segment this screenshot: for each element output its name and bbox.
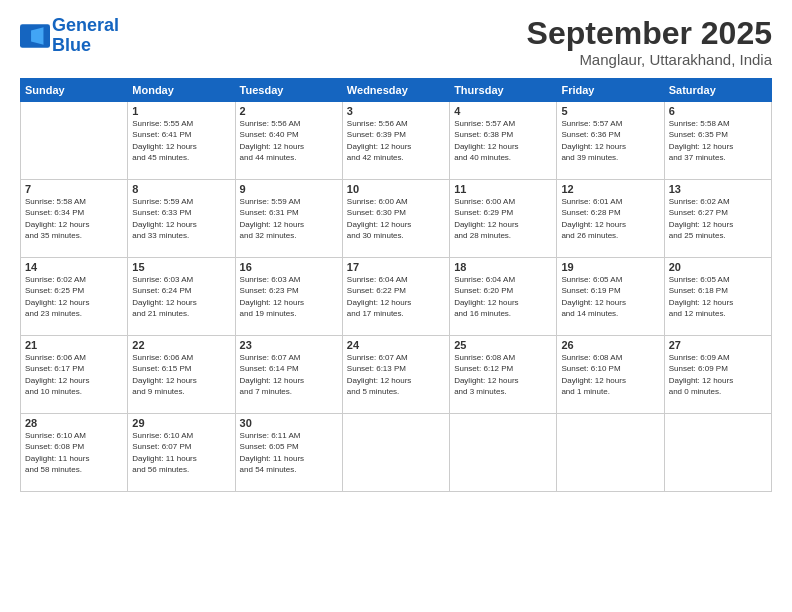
day-info: Sunrise: 5:55 AM Sunset: 6:41 PM Dayligh… xyxy=(132,118,230,163)
day-info: Sunrise: 6:01 AM Sunset: 6:28 PM Dayligh… xyxy=(561,196,659,241)
day-number: 4 xyxy=(454,105,552,117)
day-info: Sunrise: 6:05 AM Sunset: 6:19 PM Dayligh… xyxy=(561,274,659,319)
header: General Blue September 2025 Manglaur, Ut… xyxy=(20,16,772,68)
day-number: 6 xyxy=(669,105,767,117)
day-info: Sunrise: 6:05 AM Sunset: 6:18 PM Dayligh… xyxy=(669,274,767,319)
day-info: Sunrise: 5:57 AM Sunset: 6:38 PM Dayligh… xyxy=(454,118,552,163)
calendar-week-row: 21Sunrise: 6:06 AM Sunset: 6:17 PM Dayli… xyxy=(21,336,772,414)
day-info: Sunrise: 5:57 AM Sunset: 6:36 PM Dayligh… xyxy=(561,118,659,163)
day-number: 22 xyxy=(132,339,230,351)
day-number: 13 xyxy=(669,183,767,195)
logo-icon xyxy=(20,24,50,48)
table-row: 14Sunrise: 6:02 AM Sunset: 6:25 PM Dayli… xyxy=(21,258,128,336)
day-info: Sunrise: 6:02 AM Sunset: 6:25 PM Dayligh… xyxy=(25,274,123,319)
calendar-week-row: 7Sunrise: 5:58 AM Sunset: 6:34 PM Daylig… xyxy=(21,180,772,258)
day-number: 7 xyxy=(25,183,123,195)
day-number: 15 xyxy=(132,261,230,273)
day-number: 2 xyxy=(240,105,338,117)
day-info: Sunrise: 6:07 AM Sunset: 6:14 PM Dayligh… xyxy=(240,352,338,397)
header-wednesday: Wednesday xyxy=(342,79,449,102)
table-row: 10Sunrise: 6:00 AM Sunset: 6:30 PM Dayli… xyxy=(342,180,449,258)
day-info: Sunrise: 6:02 AM Sunset: 6:27 PM Dayligh… xyxy=(669,196,767,241)
table-row: 24Sunrise: 6:07 AM Sunset: 6:13 PM Dayli… xyxy=(342,336,449,414)
logo-text: General Blue xyxy=(52,16,119,56)
day-info: Sunrise: 6:10 AM Sunset: 6:07 PM Dayligh… xyxy=(132,430,230,475)
header-tuesday: Tuesday xyxy=(235,79,342,102)
day-number: 26 xyxy=(561,339,659,351)
day-info: Sunrise: 6:04 AM Sunset: 6:20 PM Dayligh… xyxy=(454,274,552,319)
header-saturday: Saturday xyxy=(664,79,771,102)
day-info: Sunrise: 6:04 AM Sunset: 6:22 PM Dayligh… xyxy=(347,274,445,319)
day-number: 29 xyxy=(132,417,230,429)
logo-line2: Blue xyxy=(52,35,91,55)
table-row: 16Sunrise: 6:03 AM Sunset: 6:23 PM Dayli… xyxy=(235,258,342,336)
day-number: 23 xyxy=(240,339,338,351)
day-info: Sunrise: 5:56 AM Sunset: 6:40 PM Dayligh… xyxy=(240,118,338,163)
table-row xyxy=(21,102,128,180)
table-row: 1Sunrise: 5:55 AM Sunset: 6:41 PM Daylig… xyxy=(128,102,235,180)
month-title: September 2025 xyxy=(527,16,772,51)
header-thursday: Thursday xyxy=(450,79,557,102)
table-row: 21Sunrise: 6:06 AM Sunset: 6:17 PM Dayli… xyxy=(21,336,128,414)
table-row: 8Sunrise: 5:59 AM Sunset: 6:33 PM Daylig… xyxy=(128,180,235,258)
day-info: Sunrise: 6:03 AM Sunset: 6:24 PM Dayligh… xyxy=(132,274,230,319)
table-row: 30Sunrise: 6:11 AM Sunset: 6:05 PM Dayli… xyxy=(235,414,342,492)
header-monday: Monday xyxy=(128,79,235,102)
day-number: 30 xyxy=(240,417,338,429)
day-info: Sunrise: 5:58 AM Sunset: 6:35 PM Dayligh… xyxy=(669,118,767,163)
table-row: 13Sunrise: 6:02 AM Sunset: 6:27 PM Dayli… xyxy=(664,180,771,258)
table-row xyxy=(342,414,449,492)
calendar-table: Sunday Monday Tuesday Wednesday Thursday… xyxy=(20,78,772,492)
table-row: 2Sunrise: 5:56 AM Sunset: 6:40 PM Daylig… xyxy=(235,102,342,180)
table-row: 22Sunrise: 6:06 AM Sunset: 6:15 PM Dayli… xyxy=(128,336,235,414)
day-number: 10 xyxy=(347,183,445,195)
day-number: 5 xyxy=(561,105,659,117)
day-info: Sunrise: 6:07 AM Sunset: 6:13 PM Dayligh… xyxy=(347,352,445,397)
table-row: 26Sunrise: 6:08 AM Sunset: 6:10 PM Dayli… xyxy=(557,336,664,414)
table-row: 11Sunrise: 6:00 AM Sunset: 6:29 PM Dayli… xyxy=(450,180,557,258)
day-info: Sunrise: 6:08 AM Sunset: 6:12 PM Dayligh… xyxy=(454,352,552,397)
day-number: 18 xyxy=(454,261,552,273)
table-row: 18Sunrise: 6:04 AM Sunset: 6:20 PM Dayli… xyxy=(450,258,557,336)
location-subtitle: Manglaur, Uttarakhand, India xyxy=(527,51,772,68)
table-row: 3Sunrise: 5:56 AM Sunset: 6:39 PM Daylig… xyxy=(342,102,449,180)
table-row: 17Sunrise: 6:04 AM Sunset: 6:22 PM Dayli… xyxy=(342,258,449,336)
table-row xyxy=(664,414,771,492)
day-info: Sunrise: 6:03 AM Sunset: 6:23 PM Dayligh… xyxy=(240,274,338,319)
table-row: 6Sunrise: 5:58 AM Sunset: 6:35 PM Daylig… xyxy=(664,102,771,180)
table-row: 5Sunrise: 5:57 AM Sunset: 6:36 PM Daylig… xyxy=(557,102,664,180)
day-info: Sunrise: 6:09 AM Sunset: 6:09 PM Dayligh… xyxy=(669,352,767,397)
day-number: 28 xyxy=(25,417,123,429)
day-info: Sunrise: 6:08 AM Sunset: 6:10 PM Dayligh… xyxy=(561,352,659,397)
day-info: Sunrise: 6:11 AM Sunset: 6:05 PM Dayligh… xyxy=(240,430,338,475)
header-sunday: Sunday xyxy=(21,79,128,102)
day-number: 14 xyxy=(25,261,123,273)
day-number: 16 xyxy=(240,261,338,273)
logo: General Blue xyxy=(20,16,119,56)
day-number: 1 xyxy=(132,105,230,117)
table-row: 4Sunrise: 5:57 AM Sunset: 6:38 PM Daylig… xyxy=(450,102,557,180)
table-row: 29Sunrise: 6:10 AM Sunset: 6:07 PM Dayli… xyxy=(128,414,235,492)
day-info: Sunrise: 5:59 AM Sunset: 6:33 PM Dayligh… xyxy=(132,196,230,241)
title-block: September 2025 Manglaur, Uttarakhand, In… xyxy=(527,16,772,68)
table-row xyxy=(557,414,664,492)
day-info: Sunrise: 6:06 AM Sunset: 6:15 PM Dayligh… xyxy=(132,352,230,397)
day-number: 12 xyxy=(561,183,659,195)
calendar-week-row: 28Sunrise: 6:10 AM Sunset: 6:08 PM Dayli… xyxy=(21,414,772,492)
table-row: 7Sunrise: 5:58 AM Sunset: 6:34 PM Daylig… xyxy=(21,180,128,258)
table-row: 12Sunrise: 6:01 AM Sunset: 6:28 PM Dayli… xyxy=(557,180,664,258)
calendar-week-row: 14Sunrise: 6:02 AM Sunset: 6:25 PM Dayli… xyxy=(21,258,772,336)
day-info: Sunrise: 5:59 AM Sunset: 6:31 PM Dayligh… xyxy=(240,196,338,241)
calendar-week-row: 1Sunrise: 5:55 AM Sunset: 6:41 PM Daylig… xyxy=(21,102,772,180)
table-row: 25Sunrise: 6:08 AM Sunset: 6:12 PM Dayli… xyxy=(450,336,557,414)
day-info: Sunrise: 6:00 AM Sunset: 6:29 PM Dayligh… xyxy=(454,196,552,241)
day-number: 25 xyxy=(454,339,552,351)
day-info: Sunrise: 6:06 AM Sunset: 6:17 PM Dayligh… xyxy=(25,352,123,397)
table-row: 9Sunrise: 5:59 AM Sunset: 6:31 PM Daylig… xyxy=(235,180,342,258)
day-info: Sunrise: 5:56 AM Sunset: 6:39 PM Dayligh… xyxy=(347,118,445,163)
weekday-header-row: Sunday Monday Tuesday Wednesday Thursday… xyxy=(21,79,772,102)
table-row: 19Sunrise: 6:05 AM Sunset: 6:19 PM Dayli… xyxy=(557,258,664,336)
day-info: Sunrise: 6:00 AM Sunset: 6:30 PM Dayligh… xyxy=(347,196,445,241)
table-row: 15Sunrise: 6:03 AM Sunset: 6:24 PM Dayli… xyxy=(128,258,235,336)
day-info: Sunrise: 5:58 AM Sunset: 6:34 PM Dayligh… xyxy=(25,196,123,241)
